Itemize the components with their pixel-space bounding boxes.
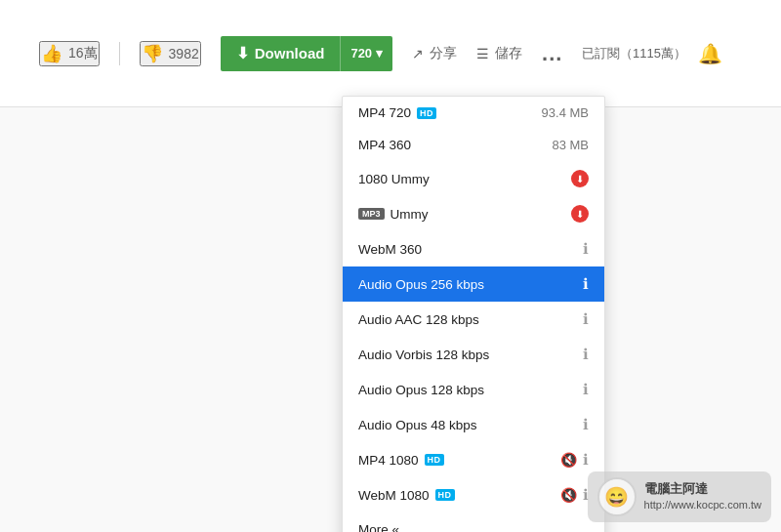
share-label: 分享 <box>430 45 457 62</box>
quality-label: 720 <box>350 46 372 61</box>
bell-icon[interactable]: 🔔 <box>698 42 722 65</box>
dropdown-item[interactable]: Audio Opus 48 kbps ℹ <box>343 407 604 442</box>
item-left: MP3 Ummy <box>358 207 429 222</box>
item-right: 🔇ℹ <box>560 451 589 469</box>
dropdown-item[interactable]: Audio AAC 128 kbps ℹ <box>343 302 604 337</box>
item-label: MP4 720 <box>358 105 411 120</box>
chevron-down-icon: ▾ <box>376 46 383 61</box>
mp3-badge: MP3 <box>358 208 385 220</box>
info-icon[interactable]: ℹ <box>583 275 589 293</box>
item-right: ⬇ <box>571 170 589 187</box>
item-label: WebM 360 <box>358 242 422 257</box>
info-icon[interactable]: ℹ <box>583 240 589 258</box>
info-icon[interactable]: ℹ <box>583 451 589 469</box>
item-label: Audio Opus 48 kbps <box>358 418 477 432</box>
save-icon: ☰ <box>476 46 489 61</box>
like-dislike-section: 👍 16萬 👎 3982 <box>39 41 201 66</box>
item-label: MP4 360 <box>358 138 411 152</box>
thumbs-down-icon: 👎 <box>142 43 163 64</box>
item-right: 83 MB <box>552 138 589 152</box>
quality-selector[interactable]: 720 ▾ <box>340 36 392 71</box>
item-label: Audio Vorbis 128 kbps <box>358 348 489 362</box>
item-right: ℹ <box>583 416 589 433</box>
item-right: ⬇ <box>571 205 589 223</box>
save-label: 儲存 <box>495 45 522 62</box>
item-label: Audio AAC 128 kbps <box>358 312 479 327</box>
item-label: Audio Opus 128 kbps <box>358 383 484 397</box>
info-icon[interactable]: ℹ <box>583 346 589 363</box>
item-right: ℹ <box>583 275 589 293</box>
dropdown-item[interactable]: WebM 360 ℹ <box>343 231 604 266</box>
more-link[interactable]: More « <box>343 512 604 532</box>
item-size: 83 MB <box>552 138 589 152</box>
thumbs-up-icon: 👍 <box>41 43 62 64</box>
item-left: 1080 Ummy <box>358 172 430 186</box>
hd-badge: HD <box>425 454 444 466</box>
red-download-icon[interactable]: ⬇ <box>571 170 589 187</box>
item-left: Audio Opus 48 kbps <box>358 418 477 432</box>
item-left: MP4 720HD <box>358 105 436 120</box>
item-left: WebM 1080HD <box>358 488 455 503</box>
item-right: 🔇ℹ <box>560 486 589 504</box>
muted-icon: 🔇 <box>560 487 577 503</box>
item-label: 1080 Ummy <box>358 172 430 186</box>
item-label: MP4 1080 <box>358 453 419 468</box>
watermark-url: http://www.kocpc.com.tw <box>644 498 761 512</box>
item-size: 93.4 MB <box>542 105 589 120</box>
item-right: ℹ <box>583 381 589 398</box>
download-group: ⬇ Download 720 ▾ <box>221 36 392 71</box>
item-label: Ummy <box>390 207 429 222</box>
item-label: WebM 1080 <box>358 488 430 503</box>
item-left: Audio Opus 128 kbps <box>358 383 484 397</box>
dropdown-item[interactable]: WebM 1080HD 🔇ℹ <box>343 477 604 512</box>
muted-icon: 🔇 <box>560 452 577 468</box>
more-button[interactable]: ... <box>542 41 562 66</box>
save-button[interactable]: ☰ 儲存 <box>476 45 522 62</box>
watermark-title: 電腦主阿達 <box>644 480 761 498</box>
hd-badge: HD <box>417 107 436 119</box>
hd-badge: HD <box>435 489 455 501</box>
info-icon[interactable]: ℹ <box>583 416 589 433</box>
item-right: ℹ <box>583 240 589 258</box>
dropdown-item[interactable]: MP4 360 83 MB <box>343 129 604 161</box>
watermark-avatar: 😄 <box>597 477 637 516</box>
share-icon: ↗ <box>412 46 424 61</box>
dislike-button[interactable]: 👎 3982 <box>140 41 201 66</box>
dropdown-item[interactable]: MP4 720HD 93.4 MB <box>343 97 604 129</box>
info-icon[interactable]: ℹ <box>583 310 589 328</box>
dropdown-item[interactable]: MP3 Ummy ⬇ <box>343 196 604 231</box>
item-left: MP4 1080HD <box>358 453 444 468</box>
dropdown-item[interactable]: Audio Vorbis 128 kbps ℹ <box>343 337 604 372</box>
subscribe-area: 已訂閱（1115萬） 🔔 <box>582 42 722 65</box>
like-button[interactable]: 👍 16萬 <box>39 41 100 66</box>
item-label: Audio Opus 256 kbps <box>358 277 484 292</box>
download-label: Download <box>255 45 325 61</box>
dropdown-item[interactable]: Audio Opus 128 kbps ℹ <box>343 372 604 407</box>
subscriber-count: 已訂閱（1115萬） <box>582 45 686 62</box>
item-left: WebM 360 <box>358 242 422 257</box>
item-right: ℹ <box>583 310 589 328</box>
download-dropdown: MP4 720HD 93.4 MB MP4 360 83 MB 1080 Umm… <box>342 96 605 532</box>
item-right: ℹ <box>583 346 589 363</box>
action-buttons: ↗ 分享 ☰ 儲存 ... <box>412 41 562 66</box>
red-download-icon[interactable]: ⬇ <box>571 205 589 223</box>
divider <box>119 42 120 65</box>
top-bar: 👍 16萬 👎 3982 ⬇ Download 720 ▾ ↗ 分享 ☰ 儲存 … <box>0 0 781 107</box>
download-arrow-icon: ⬇ <box>236 44 249 62</box>
item-left: Audio Opus 256 kbps <box>358 277 484 292</box>
dropdown-item[interactable]: 1080 Ummy ⬇ <box>343 161 604 196</box>
dropdown-item[interactable]: MP4 1080HD 🔇ℹ <box>343 442 604 477</box>
dropdown-item[interactable]: Audio Opus 256 kbps ℹ <box>343 266 604 302</box>
item-left: Audio Vorbis 128 kbps <box>358 348 489 362</box>
like-count: 16萬 <box>68 45 98 62</box>
download-button[interactable]: ⬇ Download <box>221 36 341 71</box>
share-button[interactable]: ↗ 分享 <box>412 45 457 62</box>
dislike-count: 3982 <box>169 46 199 61</box>
item-right: 93.4 MB <box>542 105 589 120</box>
watermark: 😄 電腦主阿達 http://www.kocpc.com.tw <box>588 471 771 522</box>
info-icon[interactable]: ℹ <box>583 381 589 398</box>
item-left: Audio AAC 128 kbps <box>358 312 479 327</box>
item-left: MP4 360 <box>358 138 411 152</box>
